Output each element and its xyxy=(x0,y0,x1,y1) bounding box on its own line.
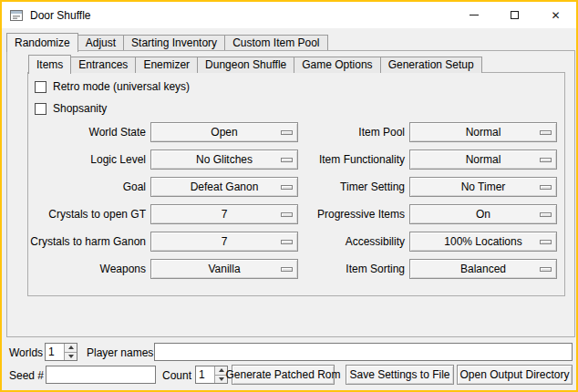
dropdown-indicator-icon xyxy=(540,158,552,162)
accessibility-dropdown[interactable]: 100% Locations xyxy=(409,232,557,252)
world-state-label: World State xyxy=(11,122,146,142)
dropdown-value: Balanced xyxy=(460,260,506,278)
tab-label: Enemizer xyxy=(143,58,190,71)
dropdown-value: 100% Locations xyxy=(444,232,521,251)
crystals-open-gt-label: Crystals to open GT xyxy=(11,204,146,224)
tab-randomize[interactable]: Randomize xyxy=(6,33,78,52)
dropdown-value: Normal xyxy=(466,123,501,141)
tab-custom-item-pool[interactable]: Custom Item Pool xyxy=(224,35,327,51)
timer-setting-dropdown[interactable]: No Timer xyxy=(409,177,557,197)
retro-mode-checkbox-row[interactable]: Retro mode (universal keys) xyxy=(35,80,190,93)
inner-tab-bar: Items Entrances Enemizer Dungeon Shuffle… xyxy=(28,54,481,73)
dropdown-indicator-icon xyxy=(540,130,552,135)
goal-dropdown[interactable]: Defeat Ganon xyxy=(150,177,298,197)
tab-starting-inventory[interactable]: Starting Inventory xyxy=(123,35,225,51)
crystals-harm-ganon-dropdown[interactable]: 7 xyxy=(150,232,298,252)
count-label: Count xyxy=(162,366,191,385)
dropdown-value: Normal xyxy=(466,150,501,169)
app-icon xyxy=(9,8,24,23)
dropdown-indicator-icon xyxy=(540,267,552,272)
tab-label: Custom Item Pool xyxy=(232,36,319,49)
crystals-harm-ganon-label: Crystals to harm Ganon xyxy=(11,232,146,252)
app-window: Door Shuffle ✕ Randomize Adjust Starting… xyxy=(0,0,578,392)
count-input[interactable] xyxy=(196,366,214,383)
worlds-spin-arrows xyxy=(64,344,77,360)
logic-level-dropdown[interactable]: No Glitches xyxy=(150,150,298,170)
tab-label: Entrances xyxy=(78,58,128,71)
minimize-icon xyxy=(470,15,479,15)
tab-items[interactable]: Items xyxy=(28,55,71,74)
generate-patched-rom-button[interactable]: Generate Patched Rom xyxy=(232,365,335,385)
dropdown-indicator-icon xyxy=(540,212,552,217)
tab-generation-setup[interactable]: Generation Setup xyxy=(380,57,482,73)
tab-game-options[interactable]: Game Options xyxy=(294,57,380,73)
tab-label: Game Options xyxy=(302,58,372,71)
item-functionality-label: Item Functionality xyxy=(286,150,405,170)
save-settings-button[interactable]: Save Settings to File xyxy=(346,365,454,385)
goal-label: Goal xyxy=(11,177,146,197)
tab-label: Items xyxy=(36,58,63,71)
button-label: Open Output Directory xyxy=(459,368,569,381)
button-label: Save Settings to File xyxy=(349,368,449,381)
worlds-spinner[interactable] xyxy=(45,343,77,361)
open-output-directory-button[interactable]: Open Output Directory xyxy=(457,365,573,385)
dropdown-value: Defeat Ganon xyxy=(191,178,259,196)
spin-up-icon xyxy=(219,368,224,372)
world-state-dropdown[interactable]: Open xyxy=(150,122,298,142)
maximize-button[interactable] xyxy=(494,2,535,28)
tab-label: Adjust xyxy=(86,36,116,49)
player-names-label: Player names xyxy=(87,344,153,362)
item-sorting-dropdown[interactable]: Balanced xyxy=(409,259,557,279)
crystals-open-gt-dropdown[interactable]: 7 xyxy=(150,204,298,224)
shopsanity-checkbox-row[interactable]: Shopsanity xyxy=(35,102,107,115)
seed-label: Seed # xyxy=(9,366,44,385)
close-button[interactable]: ✕ xyxy=(535,2,576,28)
item-sorting-label: Item Sorting xyxy=(286,259,405,279)
outer-tab-bar: Randomize Adjust Starting Inventory Cust… xyxy=(6,32,327,51)
maximize-icon xyxy=(511,11,519,19)
tab-adjust[interactable]: Adjust xyxy=(77,35,124,51)
weapons-dropdown[interactable]: Vanilla xyxy=(150,259,298,279)
minimize-button[interactable] xyxy=(453,2,494,28)
logic-level-label: Logic Level xyxy=(11,150,146,170)
count-spinner[interactable] xyxy=(195,366,228,384)
shopsanity-label: Shopsanity xyxy=(53,102,107,115)
spin-up-icon xyxy=(68,346,74,349)
worlds-input[interactable] xyxy=(46,344,64,360)
item-pool-label: Item Pool xyxy=(286,122,405,142)
item-functionality-dropdown[interactable]: Normal xyxy=(409,150,557,170)
shopsanity-checkbox[interactable] xyxy=(35,103,46,115)
dropdown-value: 7 xyxy=(222,232,228,251)
spin-down-icon xyxy=(68,355,74,358)
progressive-items-dropdown[interactable]: On xyxy=(409,204,557,224)
tab-label: Starting Inventory xyxy=(131,36,217,49)
spin-down-button[interactable] xyxy=(65,352,77,361)
dropdown-value: On xyxy=(476,205,490,223)
button-label: Generate Patched Rom xyxy=(225,368,340,381)
spin-up-button[interactable] xyxy=(65,344,77,352)
dropdown-value: Vanilla xyxy=(208,260,240,278)
dropdown-value: 7 xyxy=(222,205,228,223)
retro-mode-checkbox[interactable] xyxy=(35,81,46,93)
tab-label: Dungeon Shuffle xyxy=(205,58,286,71)
tab-entrances[interactable]: Entrances xyxy=(70,57,136,73)
item-pool-dropdown[interactable]: Normal xyxy=(409,122,557,142)
retro-mode-label: Retro mode (universal keys) xyxy=(53,80,190,93)
title-bar: Door Shuffle ✕ xyxy=(2,2,576,28)
dropdown-indicator-icon xyxy=(540,185,552,190)
window-title: Door Shuffle xyxy=(30,9,91,22)
timer-setting-label: Timer Setting xyxy=(286,177,405,197)
progressive-items-label: Progressive Items xyxy=(286,204,405,224)
spin-down-icon xyxy=(219,377,224,381)
player-names-input[interactable] xyxy=(154,343,573,361)
dropdown-value: Open xyxy=(211,123,237,141)
tab-label: Randomize xyxy=(15,36,70,49)
seed-input[interactable] xyxy=(46,366,156,384)
tab-enemizer[interactable]: Enemizer xyxy=(135,57,198,73)
dropdown-value: No Timer xyxy=(461,178,506,196)
weapons-label: Weapons xyxy=(11,259,146,279)
dropdown-value: No Glitches xyxy=(196,150,253,169)
worlds-label: Worlds xyxy=(9,344,43,362)
tab-dungeon-shuffle[interactable]: Dungeon Shuffle xyxy=(197,57,294,73)
dropdown-indicator-icon xyxy=(540,240,552,244)
